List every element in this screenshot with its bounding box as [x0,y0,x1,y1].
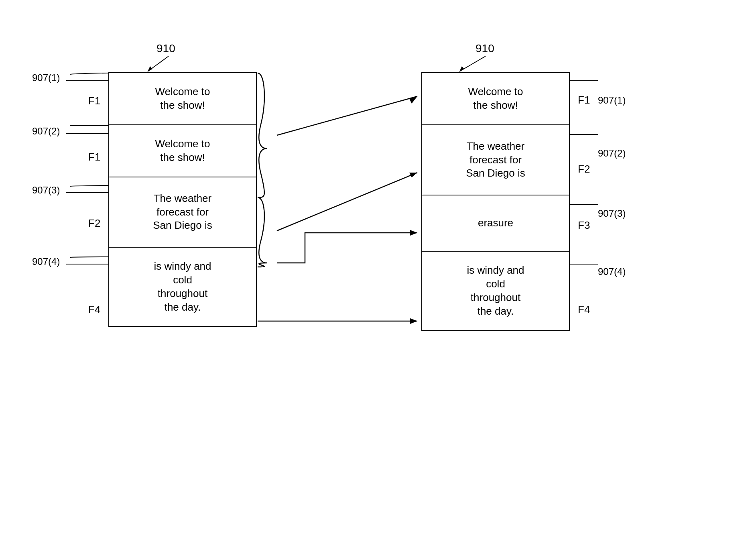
svg-marker-3 [459,66,464,71]
svg-line-5 [277,173,417,231]
svg-line-0 [148,56,169,71]
right-frame-f2: The weatherforecast forSan Diego is [421,124,570,195]
left-brace-top [258,73,267,197]
right-frame-f4-content: is windy andcoldthroughoutthe day. [467,264,524,318]
left-f1b-label: F1 [88,151,100,163]
left-brace-bottom [258,197,267,267]
arrow-to-right-f2 [409,173,417,177]
right-frame-f1-content: Welcome tothe show! [468,85,523,112]
left-label-907-2: 907(2) [32,126,60,136]
right-label-907-4: 907(4) [598,266,626,277]
left-910-label: 910 [156,42,175,55]
left-f2-label: F2 [88,217,100,229]
arrow-to-right-f1 [409,96,417,104]
svg-line-4 [277,96,417,135]
right-f2-label: F2 [578,163,590,175]
right-f4-label: F4 [578,303,590,315]
right-frame-f3: erasure [421,195,570,251]
svg-marker-6 [410,230,417,236]
left-frame-f2: The weatherforecast forSan Diego is [108,177,257,247]
right-910-label: 910 [476,42,494,55]
right-frame-f3-content: erasure [478,216,513,230]
right-frame-f4: is windy andcoldthroughoutthe day. [421,251,570,331]
arrow-to-right-f4 [410,318,417,324]
arrow-to-right-f3 [277,233,417,263]
left-frame-f1a-content: Welcome tothe show! [155,85,210,112]
left-frame-f1b-content: Welcome tothe show! [155,137,210,165]
right-label-907-2: 907(2) [598,148,626,159]
right-frame-f1: Welcome tothe show! [421,72,570,124]
left-label-907-1: 907(1) [32,72,60,83]
right-label-907-3: 907(3) [598,208,626,219]
svg-line-2 [459,56,486,71]
right-frame-f2-content: The weatherforecast forSan Diego is [466,140,525,180]
left-f4-label: F4 [88,303,100,315]
left-frame-f1a: Welcome tothe show! [108,72,257,124]
right-f3-label: F3 [578,219,590,231]
left-label-907-3: 907(3) [32,185,60,195]
svg-marker-1 [148,66,152,71]
left-frame-f4: is windy andcoldthroughoutthe day. [108,247,257,327]
left-frame-f1b: Welcome tothe show! [108,124,257,177]
left-label-907-4: 907(4) [32,256,60,267]
left-frame-f4-content: is windy andcoldthroughoutthe day. [154,260,211,314]
left-frame-f2-content: The weatherforecast forSan Diego is [153,192,212,232]
right-f1-label: F1 [578,94,590,106]
left-f1a-label: F1 [88,95,100,107]
right-diagram: Welcome tothe show! The weatherforecast … [421,72,570,331]
right-label-907-1: 907(1) [598,95,626,106]
left-diagram: Welcome tothe show! Welcome tothe show! … [108,72,257,327]
